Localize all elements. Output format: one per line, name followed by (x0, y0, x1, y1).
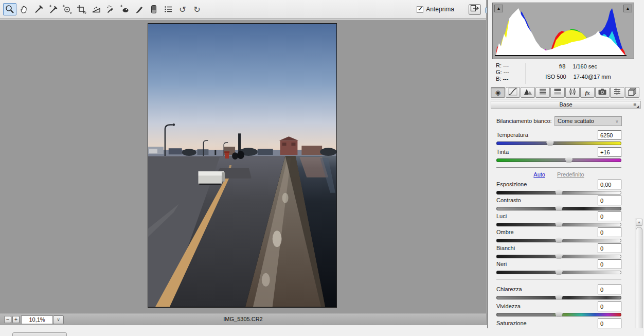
eye-icon (119, 4, 131, 14)
clarity-slider[interactable] (496, 296, 621, 299)
sliders-icon (613, 87, 621, 97)
slider-thumb[interactable] (555, 269, 563, 275)
graduated-filter-tool[interactable] (147, 3, 160, 15)
shadows-input[interactable] (598, 227, 621, 237)
whites-input[interactable] (598, 243, 621, 253)
aperture-icon: ◉ (495, 89, 500, 96)
rotate-right-tool[interactable]: ↻ (190, 3, 204, 15)
color-sampler-tool[interactable] (46, 3, 60, 15)
panel-menu-icon[interactable]: ≡◢ (634, 102, 639, 110)
g-value: G: --- (496, 69, 509, 76)
rotate-ccw-icon: ↺ (179, 5, 186, 14)
tab-tone-curve[interactable] (506, 87, 520, 98)
tab-detail[interactable] (521, 87, 535, 98)
tint-slider[interactable] (496, 158, 621, 162)
white-balance-label: Bilanciamento bianco: (496, 118, 552, 124)
saturation-input[interactable] (598, 319, 621, 328)
white-balance-select[interactable]: Come scattato ∨ (554, 116, 622, 126)
r-value: R: --- (496, 62, 509, 69)
tab-snapshots[interactable] (625, 87, 639, 98)
slider-thumb[interactable] (555, 205, 563, 211)
slider-thumb[interactable] (546, 139, 554, 146)
tab-effects[interactable]: fx (580, 87, 595, 98)
tab-split-toning[interactable] (550, 87, 565, 98)
tint-input[interactable] (598, 147, 621, 157)
list-icon (163, 4, 173, 14)
chevron-down-icon: ∨ (615, 117, 619, 126)
slider-thumb[interactable] (555, 253, 563, 259)
panel-title: Base (559, 101, 572, 108)
fullscreen-toggle-button[interactable] (469, 4, 481, 15)
crop-icon (76, 4, 87, 14)
split-bars-icon (553, 87, 562, 97)
clarity-input[interactable] (598, 285, 621, 294)
slider-thumb[interactable] (555, 311, 563, 317)
exposure-slider[interactable] (496, 191, 621, 194)
slider-thumb[interactable] (565, 156, 573, 163)
slider-label: Neri (496, 261, 507, 267)
shutter-value: 1/160 sec (573, 63, 597, 69)
red-eye-tool[interactable] (118, 3, 132, 15)
camera-icon (598, 87, 607, 97)
scrollbar-thumb[interactable] (636, 227, 642, 328)
slider-label: Tinta (496, 149, 509, 155)
scroll-up-icon[interactable]: ▲ (636, 219, 642, 226)
crop-tool[interactable] (75, 3, 88, 15)
highlights-slider[interactable] (496, 223, 621, 226)
slider-thumb[interactable] (555, 189, 563, 195)
magnifier-icon (5, 4, 15, 14)
slider-label: Esposizione (496, 181, 527, 187)
image-canvas[interactable] (0, 20, 486, 313)
tab-camera-calibration[interactable] (595, 87, 610, 98)
eyedropper-plus-icon (48, 4, 58, 14)
tab-hsl-grayscale[interactable] (535, 87, 550, 98)
auto-default-links: Auto Predefinito (496, 171, 621, 178)
save-image-button[interactable] (12, 332, 67, 336)
preferences-tool[interactable] (162, 3, 175, 15)
preview-label: Anteprima (426, 6, 454, 13)
brush-icon (134, 4, 145, 14)
tab-presets[interactable] (610, 87, 624, 98)
slider-thumb[interactable] (555, 294, 563, 300)
preview-checkbox[interactable]: ✓ (417, 6, 423, 13)
highlights-input[interactable] (598, 211, 621, 221)
exposure-input[interactable] (598, 180, 621, 189)
default-link[interactable]: Predefinito (557, 171, 584, 178)
contrast-slider[interactable] (496, 207, 621, 210)
tab-lens-corrections[interactable] (565, 87, 580, 98)
auto-link[interactable]: Auto (533, 171, 545, 178)
graduated-filter-icon (149, 4, 159, 14)
level-icon (91, 4, 101, 14)
temperature-input[interactable] (598, 130, 621, 140)
eyedropper-icon (33, 4, 44, 14)
slider-thumb[interactable] (555, 237, 563, 243)
adjustment-brush-tool[interactable] (133, 3, 146, 15)
exif-info: f/8 1/160 sec ISO 500 17-40@17 mm (527, 63, 630, 84)
vibrance-slider[interactable] (496, 313, 621, 316)
fullscreen-icon (470, 5, 479, 14)
hand-tool[interactable] (17, 3, 31, 15)
vibrance-input[interactable] (598, 302, 621, 311)
tab-basic[interactable]: ◉ (491, 87, 505, 98)
rotate-left-tool[interactable]: ↺ (176, 3, 189, 15)
whites-slider[interactable] (496, 255, 621, 258)
contrast-input[interactable] (598, 196, 621, 205)
targeted-adjustment-tool[interactable] (61, 3, 74, 15)
zoom-tool[interactable] (3, 3, 16, 15)
slider-label: Temperatura (496, 132, 528, 138)
straighten-tool[interactable] (90, 3, 103, 15)
slider-label: Vividezza (496, 303, 521, 309)
blacks-input[interactable] (598, 259, 621, 269)
panel-scrollbar[interactable]: ▲ ▼ (635, 218, 642, 328)
aperture-value: f/8 (559, 63, 565, 69)
slider-label: Ombre (496, 229, 514, 235)
photo-preview (148, 23, 337, 308)
spot-removal-tool[interactable] (104, 3, 117, 15)
white-balance-tool[interactable] (32, 3, 45, 15)
adjustments-panel: ▲ ▲ R: --- G: --- B: --- (487, 0, 644, 328)
temperature-slider[interactable] (496, 142, 621, 145)
shadows-slider[interactable] (496, 239, 621, 242)
blacks-slider[interactable] (496, 271, 621, 274)
slider-thumb[interactable] (555, 221, 563, 227)
toolbar: ↺ ↻ ✓ Anteprima (0, 0, 486, 19)
